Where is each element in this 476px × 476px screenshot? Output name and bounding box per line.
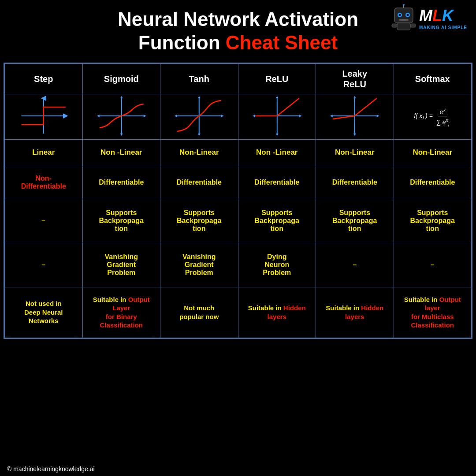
svg-rect-8 (397, 23, 410, 30)
linearity-step: Linear (5, 139, 83, 166)
usage-tanh: Not muchpopular now (160, 287, 238, 338)
svg-marker-23 (198, 96, 201, 98)
logo-robot-icon (390, 4, 417, 32)
problem-softmax: – (394, 243, 472, 287)
col-header-tanh: Tanh (160, 63, 238, 94)
backprop-row: – SupportsBackpropagation SupportsBackpr… (5, 199, 472, 243)
linearity-leaky: Non-Linear (316, 139, 394, 166)
backprop-tanh: SupportsBackpropagation (160, 199, 238, 243)
linearity-softmax: Non-Linear (394, 139, 472, 166)
col-header-sigmoid: Sigmoid (82, 63, 160, 94)
svg-marker-26 (299, 115, 301, 117)
footer-text: © machinelearningknowledge.ai (7, 465, 95, 472)
svg-rect-5 (399, 19, 409, 21)
usage-row: Not used inDeep NeuralNetworks Suitable … (5, 287, 472, 338)
leaky-relu-graph (318, 96, 392, 136)
footer: © machinelearningknowledge.ai (7, 465, 95, 472)
svg-marker-24 (198, 134, 201, 136)
svg-marker-30 (275, 134, 278, 136)
relu-graph (240, 96, 314, 136)
graph-cell-leaky (316, 94, 394, 139)
linearity-tanh: Non-Linear (160, 139, 238, 166)
svg-point-7 (403, 4, 405, 6)
sigmoid-graph (85, 96, 159, 136)
problem-row: – VanishingGradientProblem VanishingGrad… (5, 243, 472, 287)
softmax-fraction: ex ∑ exj (435, 106, 451, 127)
problem-leaky: – (316, 243, 394, 287)
header-row: Step Sigmoid Tanh ReLU LeakyReLU Softmax (5, 63, 472, 94)
diff-relu: Differentiable (238, 166, 316, 199)
diff-step: Non-Differentiable (5, 166, 83, 199)
graph-cell-step (5, 94, 83, 139)
title-line2-red: Cheat Sheet (226, 32, 338, 53)
svg-marker-27 (252, 115, 255, 117)
step-graph (7, 96, 81, 136)
logo-l: L (432, 7, 442, 25)
diff-sigmoid: Differentiable (82, 166, 160, 199)
tanh-graph (162, 96, 236, 136)
svg-marker-36 (353, 134, 356, 136)
softmax-numerator: ex (438, 106, 448, 116)
usage-relu: Suitable in Hidden layers (238, 287, 316, 338)
svg-marker-15 (97, 115, 99, 117)
problem-sigmoid: VanishingGradientProblem (82, 243, 160, 287)
svg-marker-17 (120, 96, 123, 98)
diff-tanh: Differentiable (160, 166, 238, 199)
diff-leaky: Differentiable (316, 166, 394, 199)
linearity-relu: Non -Linear (238, 139, 316, 166)
svg-marker-29 (275, 96, 278, 98)
linearity-sigmoid: Non -Linear (82, 139, 160, 166)
title-line2-white: Function (138, 32, 220, 53)
svg-marker-18 (120, 134, 123, 136)
logo-mlk-text: MLK (419, 7, 467, 25)
svg-marker-32 (377, 115, 379, 117)
main-table: Step Sigmoid Tanh ReLU LeakyReLU Softmax (4, 63, 472, 338)
diff-softmax: Differentiable (394, 166, 472, 199)
graph-cell-softmax: f( xi ) = ex ∑ exj (394, 94, 472, 139)
svg-marker-33 (330, 115, 333, 117)
logo-subtitle: MAKING AI SIMPLE (419, 25, 467, 30)
svg-marker-35 (353, 96, 356, 98)
backprop-step: – (5, 199, 83, 243)
svg-point-4 (407, 14, 409, 16)
problem-step: – (5, 243, 83, 287)
svg-rect-9 (392, 24, 397, 27)
svg-point-3 (399, 14, 401, 16)
col-header-step: Step (5, 63, 83, 94)
backprop-relu: SupportsBackpropagation (238, 199, 316, 243)
backprop-softmax: SupportsBackpropagation (394, 199, 472, 243)
col-header-leaky: LeakyReLU (316, 63, 394, 94)
title-section: Neural Network Activation Function Cheat… (0, 0, 476, 59)
logo-k: K (442, 7, 454, 25)
main-table-wrapper: Step Sigmoid Tanh ReLU LeakyReLU Softmax (4, 63, 472, 339)
backprop-sigmoid: SupportsBackpropagation (82, 199, 160, 243)
svg-marker-14 (143, 115, 146, 117)
title-line1: Neural Network Activation (118, 8, 358, 30)
usage-sigmoid: Suitable in Output Layerfor BinaryClassi… (82, 287, 160, 338)
graph-cell-relu (238, 94, 316, 139)
linearity-row: Linear Non -Linear Non-Linear Non -Linea… (5, 139, 472, 166)
softmax-formula-text: f( xi ) = (414, 112, 433, 121)
col-header-relu: ReLU (238, 63, 316, 94)
problem-relu: DyingNeuronProblem (238, 243, 316, 287)
col-header-softmax: Softmax (394, 63, 472, 94)
softmax-denominator: ∑ exj (435, 116, 451, 127)
svg-rect-10 (410, 24, 416, 27)
usage-leaky: Suitable in Hidden layers (316, 287, 394, 338)
diff-row: Non-Differentiable Differentiable Differ… (5, 166, 472, 199)
logo: MLK MAKING AI SIMPLE (390, 4, 467, 32)
problem-tanh: VanishingGradientProblem (160, 243, 238, 287)
graph-row: f( xi ) = ex ∑ exj (5, 94, 472, 139)
svg-marker-20 (221, 115, 224, 117)
graph-cell-sigmoid (82, 94, 160, 139)
svg-marker-21 (175, 115, 177, 117)
usage-softmax: Suitable in Output layerfor MulticlassCl… (394, 287, 472, 338)
backprop-leaky: SupportsBackpropagation (316, 199, 394, 243)
graph-cell-tanh (160, 94, 238, 139)
logo-m: M (419, 7, 432, 25)
usage-step: Not used inDeep NeuralNetworks (5, 287, 83, 338)
